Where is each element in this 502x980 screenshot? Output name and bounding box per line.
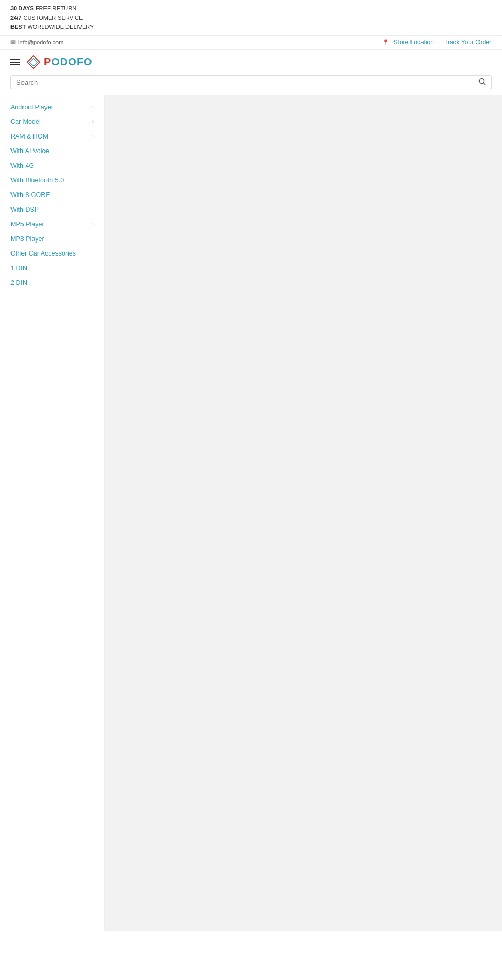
chevron-icon-0: ›: [92, 104, 94, 110]
sidebar-item-10[interactable]: Other Car Accessories: [0, 246, 104, 261]
sidebar-item-label-3: With AI Voice: [10, 147, 49, 155]
svg-marker-1: [30, 58, 38, 66]
sidebar-item-12[interactable]: 2 DIN: [0, 275, 104, 290]
logo-diamond-icon: [26, 55, 41, 70]
hamburger-line-1: [10, 59, 20, 60]
sidebar-item-label-0: Android Player: [10, 103, 53, 111]
sidebar-item-1[interactable]: Car Model›: [0, 114, 104, 129]
header: PODOFO: [0, 50, 502, 75]
sidebar-item-label-8: MP5 Player: [10, 221, 44, 228]
sidebar-item-7[interactable]: With DSP: [0, 202, 104, 217]
store-location-link[interactable]: Store Location: [394, 39, 434, 46]
hamburger-line-3: [10, 64, 20, 65]
search-input[interactable]: [16, 78, 478, 86]
logo-text: PODOFO: [44, 56, 93, 68]
return-days-bold: 30 DAYS: [10, 5, 34, 11]
email-contact: ✉ info@podofo.com: [10, 39, 63, 46]
top-announcement-bar: 30 DAYS FREE RETURN 24/7 CUSTOMER SERVIC…: [0, 0, 502, 36]
logo[interactable]: PODOFO: [26, 55, 93, 70]
sidebar-item-label-12: 2 DIN: [10, 279, 27, 286]
search-bar[interactable]: [10, 75, 492, 89]
pin-icon: [382, 39, 390, 46]
hamburger-menu-button[interactable]: [10, 59, 20, 65]
email-icon: ✉: [10, 39, 16, 46]
customer-service-line: 24/7 CUSTOMER SERVICE: [10, 14, 492, 23]
sidebar-item-3[interactable]: With AI Voice: [0, 144, 104, 158]
best-bold: BEST: [10, 24, 26, 30]
sidebar-item-label-10: Other Car Accessories: [10, 250, 76, 257]
service-text: CUSTOMER SERVICE: [21, 15, 83, 21]
hamburger-line-2: [10, 62, 20, 63]
chevron-icon-1: ›: [92, 119, 94, 124]
email-address: info@podofo.com: [18, 39, 63, 45]
sidebar-item-11[interactable]: 1 DIN: [0, 261, 104, 275]
delivery-line: BEST WORLDWIDE DELIVERY: [10, 22, 492, 32]
sidebar-item-9[interactable]: MP3 Player: [0, 232, 104, 246]
sidebar-item-4[interactable]: With 4G: [0, 158, 104, 173]
sidebar-item-label-2: RAM & ROM: [10, 133, 48, 140]
sidebar-item-5[interactable]: With Bluetooth 5.0: [0, 173, 104, 188]
sidebar-item-0[interactable]: Android Player›: [0, 100, 104, 114]
service-hours-bold: 24/7: [10, 15, 21, 21]
chevron-icon-2: ›: [92, 133, 94, 139]
search-icon[interactable]: [478, 78, 486, 87]
sidebar-item-label-6: With 8-CORE: [10, 191, 50, 199]
sidebar-item-6[interactable]: With 8-CORE: [0, 188, 104, 202]
svg-marker-0: [27, 56, 40, 68]
sidebar-item-label-4: With 4G: [10, 162, 34, 169]
delivery-text: WORLDWIDE DELIVERY: [26, 24, 94, 30]
main-content-area: [105, 95, 502, 931]
sidebar-item-8[interactable]: MP5 Player›: [0, 217, 104, 232]
track-order-link[interactable]: Track Your Order: [444, 39, 492, 46]
svg-line-3: [484, 83, 486, 85]
return-policy-line: 30 DAYS FREE RETURN: [10, 4, 492, 14]
contact-bar: ✉ info@podofo.com Store Location | Track…: [0, 36, 502, 50]
link-separator: |: [438, 39, 440, 46]
chevron-icon-8: ›: [92, 221, 94, 227]
sidebar-item-label-1: Car Model: [10, 118, 41, 125]
sidebar-item-label-7: With DSP: [10, 206, 39, 213]
sidebar-nav: Android Player›Car Model›RAM & ROM›With …: [0, 95, 105, 931]
utility-links: Store Location | Track Your Order: [382, 39, 492, 46]
sidebar-item-label-9: MP3 Player: [10, 235, 44, 243]
sidebar-item-label-5: With Bluetooth 5.0: [10, 177, 64, 184]
main-layout: Android Player›Car Model›RAM & ROM›With …: [0, 95, 502, 931]
sidebar-item-label-11: 1 DIN: [10, 264, 27, 272]
return-text: FREE RETURN: [34, 5, 76, 11]
sidebar-item-2[interactable]: RAM & ROM›: [0, 129, 104, 144]
